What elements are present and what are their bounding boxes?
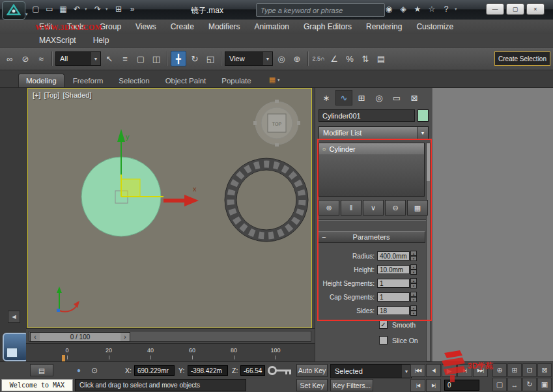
menu-customize[interactable]: Customize xyxy=(416,22,453,31)
track-bar[interactable]: 0 20 40 60 80 100 xyxy=(26,343,315,363)
ribbon-tab-object-paint[interactable]: Object Paint xyxy=(158,74,214,87)
ribbon-config-arrow-icon[interactable]: ▾ xyxy=(277,77,280,83)
select-and-rotate-icon[interactable]: ↻ xyxy=(188,51,202,66)
keyboard-override-icon[interactable]: ▤ xyxy=(374,51,388,66)
select-and-scale-icon[interactable]: ◱ xyxy=(203,51,218,66)
undo-dropdown-icon[interactable]: ▾ xyxy=(85,7,90,12)
project-toggle-icon[interactable]: ⊞ xyxy=(113,3,124,15)
window-crossing-icon[interactable]: ◫ xyxy=(149,51,163,66)
viewport-shading-menu[interactable]: [Shaded] xyxy=(63,91,91,99)
redo-dropdown-icon[interactable]: ▾ xyxy=(106,7,111,12)
ribbon-tab-modeling[interactable]: Modeling xyxy=(18,74,64,87)
menu-rendering[interactable]: Rendering xyxy=(366,22,402,31)
create-selection-set-field[interactable]: Create Selection xyxy=(494,51,550,66)
search-go-icon[interactable]: ◉ xyxy=(383,3,395,15)
panel-expand-button[interactable]: ◀ xyxy=(8,311,20,323)
modifier-list-arrow-icon[interactable]: ▼ xyxy=(417,127,428,139)
menu-group[interactable]: Group xyxy=(100,22,121,31)
select-by-name-icon[interactable]: ≡ xyxy=(118,51,132,66)
select-and-move-icon[interactable]: ╋ xyxy=(171,51,186,66)
previous-key-button[interactable]: |◀ xyxy=(410,379,425,392)
bind-to-spacewarp-icon[interactable]: ≈ xyxy=(34,51,48,66)
menu-create[interactable]: Create xyxy=(171,22,194,31)
ribbon-tab-freeform[interactable]: Freeform xyxy=(66,74,111,87)
percent-snap-icon[interactable]: % xyxy=(343,51,357,66)
minimize-button[interactable]: — xyxy=(486,3,504,15)
selection-set-arrow-icon[interactable]: ▼ xyxy=(402,365,411,378)
selection-set-dropdown[interactable]: Selected ▼ xyxy=(330,364,412,378)
menu-help[interactable]: Help xyxy=(93,36,109,45)
z-coordinate-field[interactable]: -66.54 xyxy=(240,365,265,376)
select-and-link-icon[interactable]: ∞ xyxy=(3,51,17,66)
key-mode-icon[interactable] xyxy=(267,365,293,376)
auto-key-button[interactable]: Auto Key xyxy=(296,364,328,377)
select-and-manipulate-icon[interactable]: ⊕ xyxy=(290,51,304,66)
favorites-icon[interactable]: ★ xyxy=(412,3,423,15)
next-frame-arrow[interactable]: › xyxy=(121,333,130,341)
key-filters-button[interactable]: Key Filters... xyxy=(330,379,373,391)
reference-coordinate-arrow-icon[interactable]: ▼ xyxy=(263,52,272,65)
field-of-view-icon[interactable]: ▢ xyxy=(492,378,507,391)
spinner-snap-icon[interactable]: ⇅ xyxy=(358,51,373,66)
selection-filter-dropdown[interactable]: All ▼ xyxy=(55,51,101,66)
viewport-top[interactable]: [+] [Top] [Shaded] y x xyxy=(27,88,312,328)
torus-object[interactable] xyxy=(225,158,308,242)
menu-animation[interactable]: Animation xyxy=(255,22,289,31)
time-slider-thumb[interactable]: ‹ 0 / 100 › xyxy=(30,332,130,342)
pan-view-icon[interactable]: ↔ xyxy=(507,378,522,391)
help-icon[interactable]: ? xyxy=(440,3,452,15)
menu-views[interactable]: Views xyxy=(135,22,156,31)
tab-modify-icon[interactable]: ∿ xyxy=(335,90,352,105)
app-menu-button[interactable] xyxy=(2,1,25,20)
object-name-field[interactable]: Cylinder001 xyxy=(319,109,415,122)
communication-center-icon[interactable]: ◈ xyxy=(397,3,409,15)
menu-graph-editors[interactable]: Graph Editors xyxy=(304,22,352,31)
smooth-checkbox[interactable]: ✓ xyxy=(379,320,388,329)
unlink-selection-icon[interactable]: ⊘ xyxy=(18,51,33,66)
snaps-toggle-icon[interactable]: 2.5∩ xyxy=(311,51,326,66)
orbit-icon[interactable]: ↻ xyxy=(522,378,537,391)
toolbar-overflow-icon[interactable]: » xyxy=(126,3,138,15)
zoom-extents-all-icon[interactable]: ⊠ xyxy=(537,363,552,377)
welcome-box[interactable]: Welcome to MAX xyxy=(1,379,73,391)
angle-snap-icon[interactable]: ∠ xyxy=(327,51,341,66)
new-scene-icon[interactable]: ▢ xyxy=(30,3,42,15)
open-file-icon[interactable]: ▭ xyxy=(44,3,55,15)
gizmo-xy-plane-handle[interactable] xyxy=(121,179,140,197)
use-pivot-center-icon[interactable]: ◎ xyxy=(274,51,289,66)
zoom-extents-icon[interactable]: ⊡ xyxy=(522,363,537,377)
set-key-button[interactable]: Set Key xyxy=(296,379,328,391)
rectangular-selection-region-icon[interactable]: ▢ xyxy=(134,51,148,66)
save-file-icon[interactable]: ▦ xyxy=(57,3,69,15)
maximize-viewport-icon[interactable]: ▣ xyxy=(537,378,552,391)
add-favorite-icon[interactable]: ☆ xyxy=(426,3,438,15)
isolate-selection-icon[interactable]: ● xyxy=(73,364,85,376)
menu-modifiers[interactable]: Modifiers xyxy=(208,22,240,31)
ribbon-config-icon[interactable]: ▦ xyxy=(269,76,276,84)
viewport-pov-menu[interactable]: [Top] xyxy=(44,91,60,99)
reference-coordinate-dropdown[interactable]: View ▼ xyxy=(225,51,273,66)
menu-maxscript[interactable]: MAXScript xyxy=(39,36,76,45)
viewcube[interactable]: TOP xyxy=(253,100,300,147)
select-object-icon[interactable]: ↖ xyxy=(102,51,117,66)
object-color-swatch[interactable] xyxy=(418,109,429,122)
selection-lock-icon[interactable]: ⊙ xyxy=(89,364,100,376)
y-coordinate-field[interactable]: -398.422m xyxy=(188,365,228,376)
tab-motion-icon[interactable]: ◎ xyxy=(371,90,388,105)
viewport-canvas[interactable]: y x TOP xyxy=(28,89,311,328)
mini-curve-editor-button[interactable]: ▤ xyxy=(30,364,53,376)
undo-icon[interactable]: ↶ xyxy=(71,3,83,15)
previous-frame-arrow[interactable]: ‹ xyxy=(31,333,40,341)
maximize-button[interactable]: ▢ xyxy=(506,3,524,15)
x-coordinate-field[interactable]: 690.229mr xyxy=(134,365,175,376)
slice-on-checkbox[interactable] xyxy=(379,336,388,344)
search-input[interactable]: Type a keyword or phrase xyxy=(256,3,385,17)
viewport-general-menu[interactable]: [+] xyxy=(33,91,41,99)
zoom-icon[interactable]: ⊕ xyxy=(492,363,507,377)
viewport-layout-tab-button[interactable] xyxy=(3,333,29,361)
redo-icon[interactable]: ↷ xyxy=(92,3,104,15)
tab-create-icon[interactable]: ∗ xyxy=(318,90,335,105)
tab-utilities-icon[interactable]: ⊠ xyxy=(406,90,423,105)
ribbon-tab-populate[interactable]: Populate xyxy=(214,74,258,87)
tab-hierarchy-icon[interactable]: ⊞ xyxy=(353,90,370,105)
